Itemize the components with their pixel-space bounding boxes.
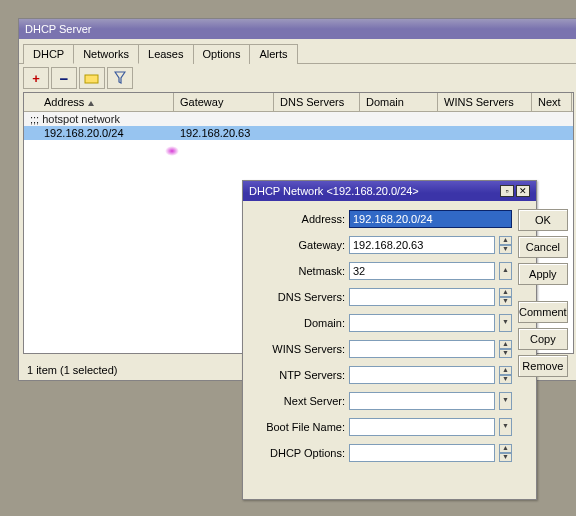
col-next[interactable]: Next — [532, 93, 572, 111]
opts-stepper[interactable]: ▲▼ — [499, 444, 512, 462]
add-button[interactable]: + — [23, 67, 49, 89]
remove-button[interactable]: Remove — [518, 355, 568, 377]
dialog-buttons: OK Cancel Apply Comment Copy Remove — [518, 209, 568, 469]
filter-button[interactable] — [107, 67, 133, 89]
gateway-stepper[interactable]: ▲▼ — [499, 236, 512, 254]
tab-dhcp[interactable]: DHCP — [23, 44, 74, 64]
plus-icon: + — [32, 71, 40, 86]
ok-button[interactable]: OK — [518, 209, 568, 231]
toolbar: + − — [19, 64, 576, 92]
status-bar: 1 item (1 selected) — [27, 364, 117, 376]
svg-rect-0 — [85, 75, 98, 83]
close-icon: ✕ — [519, 186, 527, 196]
dialog-title: DHCP Network <192.168.20.0/24> — [249, 185, 419, 197]
next-dropdown[interactable]: ▼ — [499, 392, 512, 410]
row-comment: ;;; hotspot network — [24, 112, 573, 126]
tab-options[interactable]: Options — [193, 44, 251, 64]
domain-label: Domain: — [251, 317, 345, 329]
cell-gateway: 192.168.20.63 — [174, 126, 274, 140]
minus-icon: − — [60, 70, 69, 87]
dialog-titlebar: DHCP Network <192.168.20.0/24> ▫ ✕ — [243, 181, 536, 201]
opts-field[interactable] — [349, 444, 495, 462]
minimize-icon: ▫ — [505, 186, 508, 196]
note-icon — [84, 72, 100, 84]
minimize-button[interactable]: ▫ — [500, 185, 514, 197]
dialog-form: Address: Gateway: ▲▼ Netmask: ▲ DNS Serv… — [251, 209, 512, 469]
close-button[interactable]: ✕ — [516, 185, 530, 197]
cell-address: 192.168.20.0/24 — [24, 126, 174, 140]
wins-label: WINS Servers: — [251, 343, 345, 355]
next-field[interactable] — [349, 392, 495, 410]
address-field[interactable] — [349, 210, 512, 228]
dhcp-network-dialog: DHCP Network <192.168.20.0/24> ▫ ✕ Addre… — [242, 180, 537, 500]
next-label: Next Server: — [251, 395, 345, 407]
col-wins[interactable]: WINS Servers — [438, 93, 532, 111]
boot-dropdown[interactable]: ▼ — [499, 418, 512, 436]
col-gateway[interactable]: Gateway — [174, 93, 274, 111]
main-window-titlebar: DHCP Server — [19, 19, 576, 39]
sort-asc-icon — [88, 101, 94, 106]
wins-stepper[interactable]: ▲▼ — [499, 340, 512, 358]
domain-dropdown[interactable]: ▼ — [499, 314, 512, 332]
apply-button[interactable]: Apply — [518, 263, 568, 285]
netmask-clear[interactable]: ▲ — [499, 262, 512, 280]
boot-field[interactable] — [349, 418, 495, 436]
col-address[interactable]: Address — [24, 93, 174, 111]
cancel-button[interactable]: Cancel — [518, 236, 568, 258]
tab-alerts[interactable]: Alerts — [249, 44, 297, 64]
tab-networks[interactable]: Networks — [73, 44, 139, 64]
col-dns[interactable]: DNS Servers — [274, 93, 360, 111]
tab-bar: DHCP Networks Leases Options Alerts — [19, 39, 576, 64]
main-window-title: DHCP Server — [25, 23, 91, 35]
netmask-label: Netmask: — [251, 265, 345, 277]
grid-header: Address Gateway DNS Servers Domain WINS … — [24, 93, 573, 112]
table-row[interactable]: 192.168.20.0/24 192.168.20.63 — [24, 126, 573, 140]
dns-stepper[interactable]: ▲▼ — [499, 288, 512, 306]
address-label: Address: — [251, 213, 345, 225]
copy-button[interactable]: Copy — [518, 328, 568, 350]
dns-field[interactable] — [349, 288, 495, 306]
gateway-field[interactable] — [349, 236, 495, 254]
ntp-stepper[interactable]: ▲▼ — [499, 366, 512, 384]
remove-button[interactable]: − — [51, 67, 77, 89]
ntp-label: NTP Servers: — [251, 369, 345, 381]
funnel-icon — [114, 71, 126, 85]
comment-button[interactable] — [79, 67, 105, 89]
dns-label: DNS Servers: — [251, 291, 345, 303]
opts-label: DHCP Options: — [251, 447, 345, 459]
gateway-label: Gateway: — [251, 239, 345, 251]
domain-field[interactable] — [349, 314, 495, 332]
col-domain[interactable]: Domain — [360, 93, 438, 111]
wins-field[interactable] — [349, 340, 495, 358]
comment-button[interactable]: Comment — [518, 301, 568, 323]
netmask-field[interactable] — [349, 262, 495, 280]
ntp-field[interactable] — [349, 366, 495, 384]
boot-label: Boot File Name: — [251, 421, 345, 433]
tab-leases[interactable]: Leases — [138, 44, 193, 64]
